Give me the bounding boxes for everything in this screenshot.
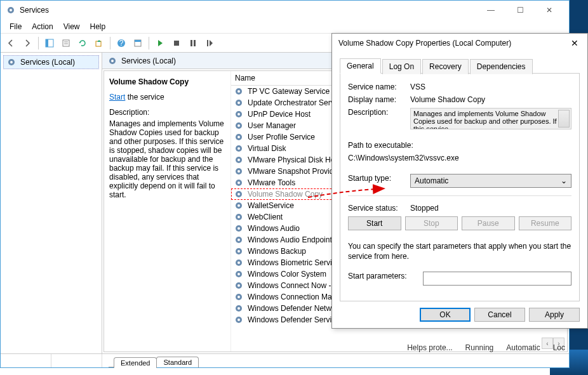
properties-dialog: Volume Shadow Copy Properties (Local Com…: [331, 33, 588, 329]
restart-service-button[interactable]: [202, 36, 217, 51]
pause-service-button[interactable]: [185, 36, 201, 51]
svg-point-37: [237, 181, 240, 184]
frag-desc: Helps prote...: [407, 343, 452, 352]
dialog-title: Volume Shadow Copy Properties (Local Com…: [338, 39, 568, 48]
frag-startup: Automatic: [506, 343, 540, 352]
visible-row-fragment: Helps prote... Running Automatic Loc: [102, 343, 569, 352]
value-path: C:\Windows\system32\vssvc.exe: [348, 154, 571, 162]
svg-point-25: [237, 113, 240, 115]
menu-file[interactable]: File: [4, 21, 27, 32]
gear-icon: [234, 235, 244, 245]
gear-icon: [234, 132, 244, 142]
svg-point-31: [237, 147, 240, 150]
menu-view[interactable]: View: [58, 21, 85, 32]
window-title: Services: [20, 6, 476, 15]
apply-button[interactable]: Apply: [529, 308, 580, 322]
tree-services-local[interactable]: Services (Local): [3, 55, 99, 69]
svg-point-35: [237, 170, 240, 173]
startup-type-combo[interactable]: Automatic: [410, 174, 571, 188]
menubar: File Action View Help: [1, 20, 569, 34]
tab-dependencies[interactable]: Dependencies: [470, 59, 533, 74]
svg-point-57: [237, 296, 240, 298]
close-button[interactable]: ✕: [535, 1, 564, 20]
forward-button[interactable]: [20, 36, 35, 51]
minimize-button[interactable]: —: [476, 1, 505, 20]
tab-general[interactable]: General: [340, 58, 381, 74]
svg-rect-13: [190, 40, 192, 46]
svg-point-51: [237, 261, 240, 264]
dialog-titlebar[interactable]: Volume Shadow Copy Properties (Local Com…: [332, 34, 587, 53]
label-startup: Startup type:: [348, 174, 405, 183]
desc-text: Manages and implements Volume Shadow Cop…: [109, 119, 225, 199]
service-name-cell: Windows Connect Now - C...: [248, 281, 345, 290]
svg-point-49: [237, 250, 240, 253]
svg-rect-3: [46, 39, 48, 47]
gear-icon: [234, 166, 244, 176]
cancel-button[interactable]: Cancel: [474, 308, 525, 322]
titlebar[interactable]: Services — ☐ ✕: [1, 1, 569, 20]
service-name-cell: Windows Audio Endpoint B...: [248, 235, 345, 244]
gear-icon: [234, 98, 244, 108]
service-name-cell: Windows Defender Service: [248, 315, 340, 324]
start-link[interactable]: Start: [109, 93, 125, 102]
gear-icon: [234, 280, 244, 291]
gear-icon: [6, 57, 17, 67]
service-name-cell: Windows Defender Networ...: [248, 304, 344, 313]
svg-rect-7: [96, 41, 101, 46]
gear-icon: [234, 258, 244, 268]
service-name-cell: Windows Audio: [248, 224, 300, 233]
gear-icon: [234, 143, 244, 154]
back-button[interactable]: [3, 36, 18, 51]
description-box[interactable]: Manages and implements Volume Shadow Cop…: [410, 108, 571, 129]
console-tree: Services (Local): [1, 53, 102, 353]
tab-logon[interactable]: Log On: [382, 59, 421, 74]
svg-rect-11: [135, 40, 141, 42]
svg-point-45: [237, 227, 240, 230]
start-params-input[interactable]: [423, 272, 571, 286]
tab-standard[interactable]: Standard: [156, 357, 199, 367]
value-display-name: Volume Shadow Copy: [410, 95, 571, 104]
export-button[interactable]: [91, 36, 107, 51]
start-button[interactable]: Start: [348, 216, 401, 230]
svg-point-39: [237, 193, 240, 195]
service-name-cell: VMware Tools: [248, 178, 295, 187]
show-hide-tree-button[interactable]: [42, 36, 57, 51]
label-path: Path to executable:: [348, 141, 571, 150]
svg-point-1: [10, 9, 12, 11]
gear-icon: [234, 246, 244, 256]
svg-point-23: [237, 102, 240, 104]
value-status: Stopped: [410, 204, 571, 213]
menu-action[interactable]: Action: [27, 21, 58, 32]
start-service-button[interactable]: [152, 36, 168, 51]
ok-button[interactable]: OK: [420, 308, 471, 322]
help-button[interactable]: ?: [114, 36, 129, 51]
gear-icon: [234, 303, 244, 313]
statusbar: [1, 353, 569, 367]
gear-icon: [107, 56, 117, 66]
refresh-button[interactable]: [75, 36, 90, 51]
stop-service-button[interactable]: [169, 36, 184, 51]
gear-icon: [234, 201, 244, 211]
properties-button[interactable]: [58, 36, 74, 51]
service-name-cell: Windows Biometric Service: [248, 258, 340, 267]
menu-help[interactable]: Help: [85, 21, 111, 32]
services-icon: [6, 5, 16, 15]
tree-item-label: Services (Local): [20, 58, 75, 67]
tab-recovery[interactable]: Recovery: [422, 59, 469, 74]
svg-rect-4: [63, 40, 69, 46]
service-name-cell: User Profile Service: [248, 133, 315, 141]
tab-general-content: Service name: VSS Display name: Volume S…: [340, 74, 580, 301]
service-name-cell: Windows Backup: [248, 247, 306, 256]
gear-icon: [234, 212, 244, 222]
svg-point-21: [237, 90, 240, 93]
maximize-button[interactable]: ☐: [505, 1, 535, 20]
start-suffix: the service: [125, 93, 164, 102]
properties2-button[interactable]: [130, 36, 145, 51]
svg-point-19: [111, 60, 114, 62]
svg-point-59: [237, 307, 240, 310]
label-status: Service status:: [348, 204, 405, 213]
dialog-footer: OK Cancel Apply: [340, 301, 580, 322]
svg-point-61: [237, 319, 240, 321]
dialog-close-button[interactable]: ✕: [568, 38, 581, 48]
column-name[interactable]: Name: [231, 71, 260, 85]
